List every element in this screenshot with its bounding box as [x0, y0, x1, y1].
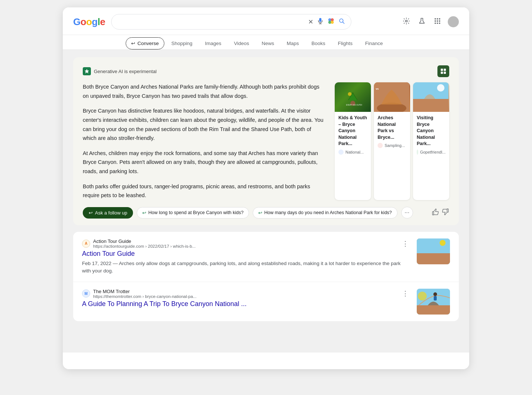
- mic-icon[interactable]: [317, 18, 324, 26]
- svg-point-17: [452, 19, 455, 22]
- ai-card-3[interactable]: Visiting Bryce Canyon National Park... G…: [413, 82, 449, 200]
- ai-card-2-favicon: [378, 143, 383, 148]
- tab-images-label: Images: [205, 41, 221, 46]
- tab-maps-label: Maps: [287, 41, 299, 46]
- ai-card-2-image: vs: [374, 82, 410, 112]
- ai-text: Both Bryce Canyon and Arches National Pa…: [83, 82, 326, 200]
- tab-news[interactable]: News: [256, 37, 280, 49]
- ai-card-3-favicon: [417, 150, 418, 155]
- logo-l: l: [98, 16, 100, 28]
- result-2-source-info: The MOM Trotter https://themomtrotter.co…: [93, 289, 197, 299]
- tab-videos-label: Videos: [234, 41, 249, 46]
- result-2: M The MOM Trotter https://themomtrotter.…: [73, 282, 459, 321]
- result-1-main: A Action Tour Guide https://actiontourgu…: [82, 238, 411, 275]
- ai-grid-toggle[interactable]: [437, 65, 449, 77]
- result-2-source: M The MOM Trotter https://themomtrotter.…: [82, 289, 411, 299]
- svg-point-31: [437, 84, 444, 92]
- ai-para-4: Both parks offer guided tours, ranger-le…: [83, 182, 326, 200]
- result-1-title[interactable]: Action Tour Guide: [82, 250, 411, 258]
- ask-followup-label: Ask a follow up: [95, 210, 127, 216]
- ai-card-1-body: Kids & Youth – Bryce Canyon National Par…: [335, 112, 371, 157]
- avatar[interactable]: [448, 16, 459, 27]
- svg-rect-14: [435, 23, 436, 24]
- svg-rect-43: [417, 305, 450, 315]
- svg-rect-10: [439, 18, 440, 19]
- svg-rect-46: [434, 296, 437, 300]
- thumbs-up-button[interactable]: [432, 208, 439, 217]
- svg-rect-30: [413, 99, 449, 112]
- ai-cards: EVERY KID OUTDOORS Kids & Youth – Bryce …: [335, 82, 449, 200]
- logo-o1: o: [81, 16, 86, 28]
- ai-card-2-title: Arches National Park vs Bryce...: [378, 115, 406, 141]
- svg-rect-13: [439, 20, 440, 21]
- svg-rect-12: [437, 20, 438, 21]
- tab-shopping[interactable]: Shopping: [166, 37, 198, 49]
- grid-button[interactable]: [432, 16, 443, 28]
- followup-arches-button[interactable]: ↩ How many days do you need in Arches Na…: [253, 207, 397, 219]
- followup-arrow-icon: ↩: [89, 210, 93, 216]
- ai-followups: ↩ Ask a follow up ↩ How long to spend at…: [83, 207, 449, 219]
- ai-body: Both Bryce Canyon and Arches National Pa…: [83, 82, 449, 200]
- ask-followup-button[interactable]: ↩ Ask a follow up: [83, 207, 133, 219]
- results-section: A Action Tour Guide https://actiontourgu…: [73, 232, 459, 321]
- result-2-url: https://themomtrotter.com › bryce-canyon…: [93, 294, 197, 299]
- result-2-more-button[interactable]: ⋮: [400, 289, 411, 298]
- tab-maps[interactable]: Maps: [281, 37, 304, 49]
- result-1-more-button[interactable]: ⋮: [400, 239, 411, 248]
- ai-card-1-title: Kids & Youth – Bryce Canyon National Par…: [338, 115, 367, 147]
- tab-flights[interactable]: Flights: [332, 37, 358, 49]
- followup-bryce-icon: ↩: [142, 210, 146, 216]
- ai-card-3-body: Visiting Bryce Canyon National Park... G…: [413, 112, 449, 157]
- main-content: Generative AI is experimental Both Bryce…: [63, 50, 469, 353]
- tab-converse[interactable]: ↩ Converse: [126, 37, 164, 49]
- tab-flights-label: Flights: [338, 41, 352, 46]
- logo-g: G: [73, 16, 81, 28]
- svg-rect-40: [417, 238, 450, 253]
- tab-videos[interactable]: Videos: [228, 37, 255, 49]
- svg-point-41: [440, 240, 446, 246]
- tab-shopping-label: Shopping: [171, 41, 192, 46]
- ai-card-1[interactable]: EVERY KID OUTDOORS Kids & Youth – Bryce …: [335, 82, 371, 200]
- followup-bryce-button[interactable]: ↩ How long to spend at Bryce Canyon with…: [137, 207, 249, 219]
- thumbs-down-button[interactable]: [442, 208, 449, 217]
- ai-card-2-source: Sampling...: [378, 143, 406, 148]
- tab-images[interactable]: Images: [200, 37, 227, 49]
- tab-books[interactable]: Books: [306, 37, 331, 49]
- svg-rect-9: [437, 18, 438, 19]
- ai-section: Generative AI is experimental Both Bryce…: [73, 57, 459, 225]
- tab-finance[interactable]: Finance: [359, 37, 388, 49]
- result-1-snippet: Feb 17, 2022 — Arches only allow dogs at…: [82, 260, 411, 275]
- svg-point-45: [433, 292, 437, 296]
- result-2-title[interactable]: A Guide To Planning A Trip To Bryce Cany…: [82, 300, 411, 308]
- ai-card-2[interactable]: vs Arches National Park vs Bryce... Samp…: [374, 82, 410, 200]
- ai-card-3-source: Gopetfriendl...: [417, 150, 446, 155]
- search-input[interactable]: what's better for a family with kids und…: [117, 19, 304, 25]
- lens-icon[interactable]: [327, 17, 335, 26]
- svg-rect-21: [441, 72, 443, 74]
- tab-books-label: Books: [311, 41, 325, 46]
- svg-rect-20: [444, 69, 446, 71]
- logo-e: e: [100, 16, 105, 28]
- ai-feedback: [432, 208, 449, 217]
- result-2-main: M The MOM Trotter https://themomtrotter.…: [82, 289, 411, 310]
- search-submit-icon[interactable]: [338, 18, 345, 26]
- labs-button[interactable]: [417, 16, 427, 28]
- result-1-favicon-letter: A: [85, 241, 87, 245]
- tab-finance-label: Finance: [365, 41, 383, 46]
- svg-rect-15: [437, 23, 438, 24]
- result-1-source: A Action Tour Guide https://actiontourgu…: [82, 238, 411, 248]
- followup-more-button[interactable]: ···: [401, 207, 413, 219]
- ai-card-1-source-name: National...: [345, 150, 364, 154]
- header-icons: [401, 16, 459, 28]
- svg-marker-18: [85, 69, 89, 73]
- ai-header: Generative AI is experimental: [83, 65, 449, 77]
- svg-point-3: [331, 21, 334, 24]
- clear-icon[interactable]: ✕: [308, 18, 313, 26]
- followup-arches-icon: ↩: [258, 210, 262, 216]
- result-1-thumbnail: [417, 238, 450, 264]
- result-2-thumbnail: [417, 289, 450, 315]
- ai-para-3: At Arches, children may enjoy the rock f…: [83, 149, 326, 176]
- settings-button[interactable]: [401, 16, 412, 28]
- ai-card-2-source-name: Sampling...: [385, 143, 405, 148]
- svg-rect-22: [444, 72, 446, 74]
